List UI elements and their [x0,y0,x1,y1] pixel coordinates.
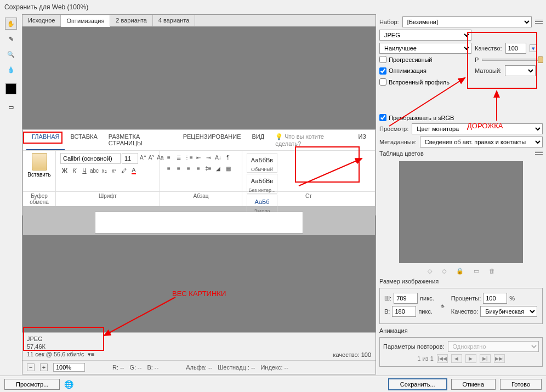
align-right-icon[interactable]: ≡ [184,164,193,173]
indent-dec-icon[interactable]: ⇤ [194,153,203,162]
tab-4up[interactable]: 4 варианта [153,15,196,26]
next-frame-icon[interactable]: ▶| [480,354,491,363]
format-select[interactable]: JPEG [379,30,471,41]
word-tell-me[interactable]: 💡 Что вы хотите сделать? [270,130,352,150]
save-button[interactable]: Сохранить... [389,379,447,390]
loop-select[interactable]: Однократно [448,341,539,352]
sort-icon[interactable]: A↓ [214,153,223,162]
info-download-time: 11 сек @ 56,6 кбит/с [27,351,84,357]
info-filesize: 57,46К [27,343,94,350]
preset-select[interactable]: [Безимени] [402,16,532,27]
slider-thumb-icon[interactable] [538,56,543,63]
highlight-icon[interactable]: 🖍 [120,166,128,175]
paste-icon[interactable] [32,153,47,171]
tab-2up[interactable]: 2 варианта [110,15,153,26]
font-color-icon[interactable]: А [129,166,138,175]
font-family-select[interactable] [60,153,121,164]
preset-label: Набор: [379,19,399,25]
hand-tool-icon[interactable]: ✋ [5,18,17,30]
ct-icon-2[interactable]: ◇ [442,268,446,275]
italic-icon[interactable]: К [70,166,79,175]
line-spacing-icon[interactable]: ‡≡ [204,164,213,173]
width-label: Ш: [384,295,391,302]
indent-inc-icon[interactable]: ⇥ [204,153,213,162]
bullets-icon[interactable]: ≡ [164,153,173,162]
tab-original[interactable]: Исходное [22,15,61,26]
word-tab-home[interactable]: ГЛАВНАЯ [26,130,65,150]
increase-font-icon[interactable]: A˄ [139,153,147,162]
shading-icon[interactable]: ◢ [214,164,223,173]
show-marks-icon[interactable]: ¶ [224,153,232,162]
color-table-menu-icon[interactable] [535,150,543,157]
done-button[interactable]: Готово [500,379,542,390]
quality-input[interactable] [505,43,526,54]
height-input[interactable] [392,306,416,317]
first-frame-icon[interactable]: |◀◀ [437,354,448,363]
speed-menu-icon[interactable]: ▾≡ [88,351,94,357]
ct-trash-icon[interactable]: 🗑 [489,268,495,275]
optimize-checkbox[interactable]: Оптимизация [379,67,471,75]
zoom-in-icon[interactable]: + [40,363,48,371]
numbering-icon[interactable]: ≣ [174,153,183,162]
preview-button[interactable]: Просмотр... [4,379,60,390]
ct-icon-3[interactable]: 🔒 [456,268,464,275]
zoom-out-icon[interactable]: − [27,363,35,371]
ct-icon-1[interactable]: ◇ [428,268,432,275]
status-index: Индекс: -- [260,364,288,371]
progressive-checkbox[interactable]: Прогрессивный [379,56,471,63]
last-frame-icon[interactable]: ▶▶| [494,354,505,363]
word-tab-review[interactable]: РЕЦЕНЗИРОВАНИЕ [178,130,247,150]
cancel-button[interactable]: Отмена [451,379,496,390]
browser-icon[interactable]: 🌐 [64,380,73,389]
srgb-checkbox[interactable]: Преобразовать в sRGB [379,114,543,121]
resample-select[interactable]: Бикубическая [480,306,537,317]
pct-suffix: % [509,295,515,302]
quality-label: Качество: [475,45,502,52]
style-no-spacing[interactable]: АаБбВв Без интер... [247,174,277,194]
tab-optimized[interactable]: Оптимизация [61,15,110,27]
word-tab-layout[interactable]: РАЗМЕТКА СТРАНИЦЫ [103,130,178,150]
paste-button[interactable]: Вставить [27,172,50,178]
style-normal[interactable]: АаБбВв Обычный [247,153,277,173]
link-dimensions-icon[interactable]: ⎆ [441,293,445,319]
zoom-level-select[interactable] [53,363,85,372]
superscript-icon[interactable]: x² [110,166,118,175]
percent-input[interactable] [483,293,507,304]
quality-dropdown-icon[interactable]: ▾ [530,44,537,52]
borders-icon[interactable]: ▦ [224,164,232,173]
eyedropper-tool-icon[interactable]: 💧 [5,64,17,76]
word-tab-view[interactable]: ВИД [246,130,270,150]
quality-preset-select[interactable]: Наилучшее [379,43,471,54]
toggle-slices-icon[interactable]: ▭ [5,101,17,113]
decrease-font-icon[interactable]: A˅ [148,153,156,162]
matte-select[interactable] [505,65,536,76]
play-icon[interactable]: ▶ [465,354,476,363]
info-quality: качество: 100 [333,351,371,358]
view-select[interactable]: Цвет монитора [412,123,543,134]
profile-checkbox[interactable]: Встроенный профиль [379,78,450,86]
strike-icon[interactable]: abc [90,166,99,175]
status-r: R: -- [112,364,124,371]
font-size-select[interactable] [122,153,138,164]
ct-icon-4[interactable]: ▭ [474,268,479,275]
width-input[interactable] [394,293,418,304]
quality-slider[interactable] [482,59,543,61]
foreground-swatch[interactable] [5,83,16,94]
panel-menu-icon[interactable] [535,19,543,26]
align-center-icon[interactable]: ≡ [174,164,183,173]
word-tab-insert[interactable]: ВСТАВКА [65,130,103,150]
color-table-label: Таблица цветов [379,150,532,157]
zoom-tool-icon[interactable]: 🔍 [5,48,17,60]
align-left-icon[interactable]: ≡ [164,164,173,173]
justify-icon[interactable]: ≡ [194,164,203,173]
prev-frame-icon[interactable]: ◀ [451,354,462,363]
slice-tool-icon[interactable]: ✎ [5,33,17,45]
matte-label: Матовый: [475,67,502,74]
multilevel-icon[interactable]: ⋮≡ [184,153,193,162]
metadata-select[interactable]: Сведения об авт. правах и контакты [420,137,543,147]
document-page [95,212,303,234]
subscript-icon[interactable]: x₂ [100,166,109,175]
underline-icon[interactable]: Ч [80,166,89,175]
status-b: B: -- [147,364,158,371]
bold-icon[interactable]: Ж [60,166,69,175]
